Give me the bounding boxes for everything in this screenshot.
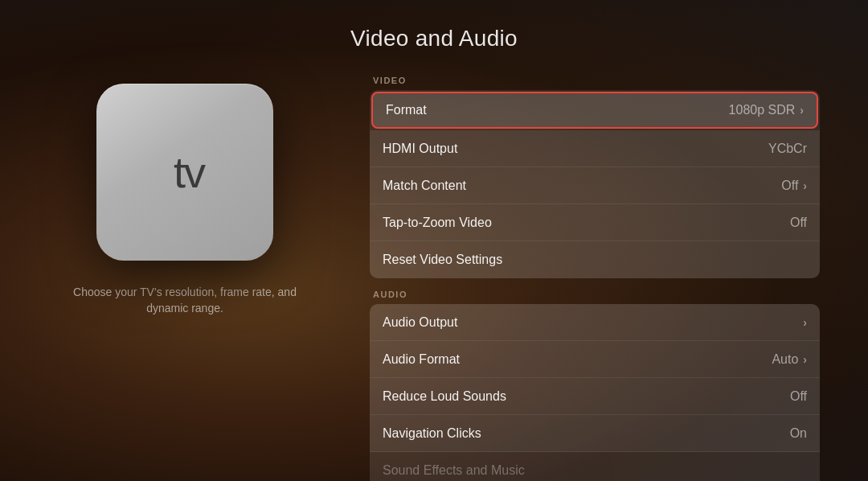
left-panel: tv Choose your TV's resolution, frame ra… [48, 84, 321, 316]
audio-format-label: Audio Format [383, 352, 460, 367]
format-chevron-icon: › [800, 104, 804, 117]
audio-section-label: AUDIO [370, 290, 820, 299]
audio-output-label: Audio Output [383, 315, 457, 330]
navigation-clicks-value: On [790, 426, 807, 441]
hdmi-output-item[interactable]: HDMI Output YCbCr [370, 130, 820, 167]
hdmi-output-label: HDMI Output [383, 142, 457, 156]
audio-format-item[interactable]: Audio Format Auto › [370, 341, 820, 378]
reduce-loud-item[interactable]: Reduce Loud Sounds Off [370, 378, 820, 415]
device-inner: tv [166, 147, 204, 197]
navigation-clicks-right: On [790, 426, 807, 441]
format-right: 1080p SDR › [729, 103, 804, 117]
audio-format-value: Auto [772, 352, 798, 367]
audio-output-item[interactable]: Audio Output › [370, 304, 820, 341]
apple-tv-device: tv [96, 84, 273, 261]
match-content-value: Off [781, 179, 798, 193]
reset-video-item[interactable]: Reset Video Settings [370, 241, 820, 278]
format-label: Format [386, 103, 427, 117]
sound-effects-item[interactable]: Sound Effects and Music [370, 452, 820, 481]
match-content-chevron-icon: › [803, 179, 807, 192]
page-title: Video and Audio [350, 26, 518, 51]
video-section-label: VIDEO [370, 76, 820, 85]
reset-video-label: Reset Video Settings [383, 253, 502, 267]
hdmi-output-value: YCbCr [768, 142, 807, 156]
device-caption: Choose your TV's resolution, frame rate,… [72, 285, 297, 316]
audio-output-right: › [803, 316, 807, 329]
main-layout: tv Choose your TV's resolution, frame ra… [0, 76, 868, 481]
audio-format-right: Auto › [772, 352, 807, 367]
tap-to-zoom-label: Tap-to-Zoom Video [383, 216, 492, 230]
reduce-loud-label: Reduce Loud Sounds [383, 389, 506, 404]
format-item[interactable]: Format 1080p SDR › [371, 92, 818, 129]
hdmi-output-right: YCbCr [768, 142, 807, 156]
right-panel: VIDEO Format 1080p SDR › HDMI Output YCb… [370, 76, 820, 481]
navigation-clicks-label: Navigation Clicks [383, 426, 481, 441]
page-content: Video and Audio tv Choose your TV's reso… [0, 0, 868, 481]
audio-settings-group: Audio Output › Audio Format Auto › Reduc… [370, 304, 820, 481]
audio-format-chevron-icon: › [803, 353, 807, 366]
sound-effects-label: Sound Effects and Music [383, 463, 525, 478]
reduce-loud-right: Off [790, 389, 807, 404]
match-content-label: Match Content [383, 179, 466, 193]
tap-to-zoom-right: Off [790, 216, 807, 230]
navigation-clicks-item[interactable]: Navigation Clicks On [370, 415, 820, 452]
tv-text: tv [174, 147, 204, 197]
tap-to-zoom-item[interactable]: Tap-to-Zoom Video Off [370, 204, 820, 241]
tap-to-zoom-value: Off [790, 216, 807, 230]
match-content-right: Off › [781, 179, 807, 193]
audio-output-chevron-icon: › [803, 316, 807, 329]
reduce-loud-value: Off [790, 389, 807, 404]
format-value: 1080p SDR [729, 103, 796, 117]
video-settings-group: Format 1080p SDR › HDMI Output YCbCr Mat… [370, 90, 820, 278]
match-content-item[interactable]: Match Content Off › [370, 167, 820, 204]
